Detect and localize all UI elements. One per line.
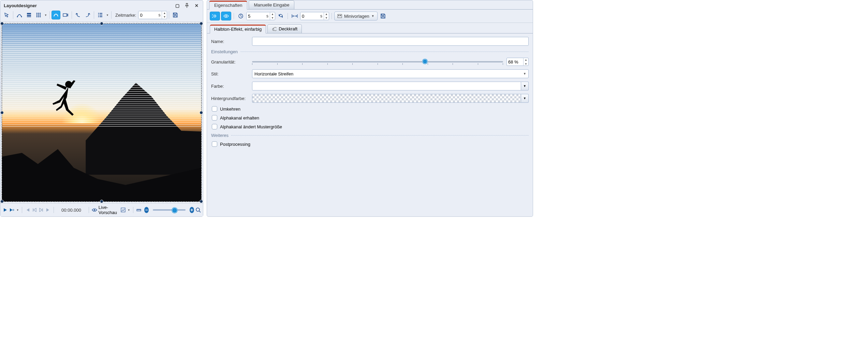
svg-point-17 <box>196 208 200 211</box>
camera-icon[interactable] <box>61 11 70 19</box>
style-combo[interactable]: Horizontale Streifen▼ <box>252 69 529 78</box>
properties-panel: Eigenschaften Manuelle Eingabe s ▲▼ s ▲▼ <box>207 0 533 217</box>
color-picker[interactable] <box>252 82 521 90</box>
save-icon[interactable] <box>171 11 180 19</box>
resize-handle[interactable] <box>0 200 4 203</box>
more-section: Weiteres <box>211 133 529 138</box>
preview-eye-icon[interactable] <box>221 12 231 20</box>
grid-icon[interactable] <box>34 11 43 19</box>
svg-point-6 <box>98 13 99 14</box>
duration-input[interactable]: s ▲▼ <box>246 12 275 20</box>
play-icon[interactable] <box>2 206 8 214</box>
spin-down-icon[interactable]: ▼ <box>162 15 167 19</box>
postprocessing-checkbox[interactable] <box>212 141 217 147</box>
refresh-icon[interactable] <box>276 12 285 20</box>
curve-left-icon[interactable] <box>74 11 83 19</box>
svg-point-14 <box>94 209 95 211</box>
list-icon[interactable] <box>96 11 105 19</box>
zoom-in-button[interactable]: + <box>190 207 194 213</box>
bgcolor-label: Hintergrundfarbe: <box>211 96 249 101</box>
skip-start-icon[interactable] <box>25 206 30 214</box>
zoom-fit-icon[interactable] <box>195 206 201 214</box>
svg-rect-21 <box>338 15 339 16</box>
resize-handle[interactable] <box>100 200 103 203</box>
play-dropdown-icon[interactable]: ▼ <box>16 206 19 214</box>
name-label: Name: <box>211 39 249 44</box>
svg-rect-22 <box>340 15 341 16</box>
preview-image <box>2 24 201 201</box>
bezier-icon[interactable] <box>15 11 24 19</box>
skip-end-icon[interactable] <box>45 206 51 214</box>
alpha-pattern-checkbox[interactable] <box>212 124 217 129</box>
step-fwd-icon[interactable] <box>39 206 44 214</box>
svg-rect-20 <box>338 14 342 18</box>
close-icon[interactable]: ✕ <box>193 2 200 9</box>
resize-handle[interactable] <box>100 22 103 25</box>
zeitmarke-label: Zeitmarke: <box>113 13 137 18</box>
svg-rect-3 <box>27 15 31 16</box>
name-input[interactable] <box>252 37 529 46</box>
bgcolor-picker[interactable] <box>252 94 521 103</box>
link-icon[interactable] <box>210 12 220 20</box>
zoom-slider[interactable] <box>153 209 185 211</box>
color-dropdown[interactable]: ▼ <box>521 82 529 90</box>
granularity-label: Granularität: <box>211 59 249 65</box>
curve-right-icon[interactable] <box>83 11 92 19</box>
bgcolor-dropdown[interactable]: ▼ <box>521 94 529 103</box>
list-dropdown-icon[interactable]: ▼ <box>105 11 109 19</box>
resize-handle[interactable] <box>0 111 4 114</box>
svg-rect-5 <box>63 14 67 16</box>
svg-point-18 <box>225 15 227 17</box>
timecode: 00:00.000 <box>57 208 86 213</box>
svg-rect-11 <box>100 16 102 17</box>
svg-rect-9 <box>100 15 102 15</box>
align-icon[interactable] <box>25 11 33 19</box>
svg-rect-4 <box>27 16 31 17</box>
invert-checkbox[interactable] <box>212 106 217 112</box>
save-preset-icon[interactable] <box>379 12 387 20</box>
playback-bar: ▼ 00:00.000 Live-Vorschau ▼ − + <box>0 203 203 216</box>
svg-point-13 <box>13 209 14 211</box>
svg-point-8 <box>98 15 99 16</box>
tab-manual-input[interactable]: Manuelle Eingabe <box>249 0 294 9</box>
mini-templates-dropdown[interactable]: Minivorlagen▼ <box>334 12 378 20</box>
path-tool-icon[interactable] <box>52 11 60 19</box>
resize-handle[interactable] <box>0 22 4 25</box>
quality-dropdown-icon[interactable]: ▼ <box>127 206 130 214</box>
tab-halftone[interactable]: Halbton-Effekt, einfarbig <box>210 25 266 33</box>
resize-handle[interactable] <box>200 22 203 25</box>
arrow-select-icon[interactable] <box>2 11 11 19</box>
zoom-out-button[interactable]: − <box>144 207 149 213</box>
settings-section: Einstellungen <box>211 49 529 54</box>
opacity-icon <box>272 27 277 31</box>
pin-icon[interactable] <box>184 2 190 9</box>
maximize-icon[interactable]: ▢ <box>174 2 180 9</box>
grid-dropdown-icon[interactable]: ▼ <box>44 11 48 19</box>
granularity-value[interactable]: ▲▼ <box>506 58 529 66</box>
resize-handle[interactable] <box>200 111 203 114</box>
width-icon <box>290 12 299 20</box>
spin-up-icon[interactable]: ▲ <box>162 11 167 15</box>
eye-icon[interactable] <box>92 206 97 214</box>
step-back-icon[interactable] <box>32 206 37 214</box>
width-input[interactable]: s ▲▼ <box>300 12 329 20</box>
svg-point-10 <box>98 16 99 17</box>
keep-alpha-checkbox[interactable] <box>212 115 217 121</box>
style-label: Stil: <box>211 71 249 76</box>
ruler-icon[interactable] <box>136 206 142 214</box>
panel-title: Layoutdesigner <box>4 3 37 8</box>
svg-rect-2 <box>27 13 31 14</box>
resize-handle[interactable] <box>200 200 203 203</box>
tab-properties[interactable]: Eigenschaften <box>209 1 247 10</box>
svg-point-1 <box>21 16 22 17</box>
play-cursor-icon[interactable] <box>9 206 15 214</box>
granularity-slider[interactable] <box>252 58 503 65</box>
clock-icon <box>236 12 245 20</box>
zeitmarke-input[interactable]: s ▲▼ <box>138 11 167 19</box>
quality-icon[interactable] <box>120 206 126 214</box>
layout-designer-panel: Layoutdesigner ▢ ✕ ▼ ▼ Zeitmarke: <box>0 0 203 217</box>
tab-opacity[interactable]: Deckkraft <box>267 24 302 33</box>
canvas[interactable] <box>0 22 203 203</box>
live-preview-label: Live-Vorschau <box>99 205 119 215</box>
designer-toolbar: ▼ ▼ Zeitmarke: s ▲▼ <box>0 10 203 22</box>
